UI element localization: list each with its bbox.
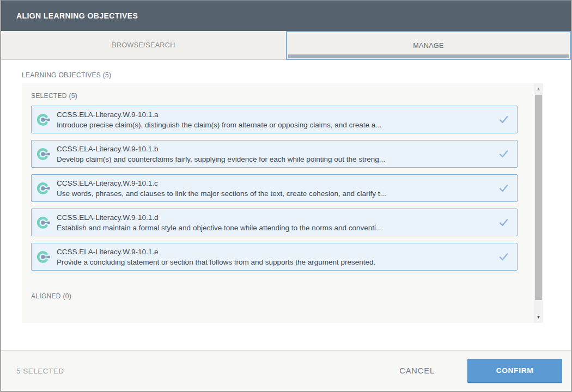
objective-target-icon: [36, 215, 52, 230]
objective-row[interactable]: CCSS.ELA-Literacy.W.9-10.1.e Provide a c…: [31, 243, 518, 271]
check-icon: [494, 219, 508, 226]
check-icon: [494, 116, 508, 124]
active-tab-indicator: [288, 54, 569, 58]
objective-description: Introduce precise claim(s), distinguish …: [57, 120, 382, 130]
check-icon: [494, 185, 508, 192]
dialog-header: ALIGN LEARNING OBJECTIVES: [1, 1, 571, 31]
tab-browse-search-label: BROWSE/SEARCH: [112, 41, 175, 49]
objective-code: CCSS.ELA-Literacy.W.9-10.1.d: [57, 212, 382, 223]
objective-text: CCSS.ELA-Literacy.W.9-10.1.c Use words, …: [57, 178, 386, 199]
objective-code: CCSS.ELA-Literacy.W.9-10.1.e: [57, 247, 375, 257]
selected-group-label: SELECTED (5): [31, 92, 518, 100]
confirm-button[interactable]: CONFIRM: [467, 359, 562, 383]
dialog-title: ALIGN LEARNING OBJECTIVES: [16, 11, 138, 20]
objective-description: Use words, phrases, and clauses to link …: [57, 188, 386, 199]
scrollbar-thumb[interactable]: [535, 95, 542, 300]
objective-target-icon: [36, 112, 52, 127]
objective-row[interactable]: CCSS.ELA-Literacy.W.9-10.1.c Use words, …: [31, 174, 518, 202]
objective-code: CCSS.ELA-Literacy.W.9-10.1.a: [57, 109, 382, 120]
objective-row[interactable]: CCSS.ELA-Literacy.W.9-10.1.a Introduce p…: [31, 106, 518, 133]
objective-row[interactable]: CCSS.ELA-Literacy.W.9-10.1.d Establish a…: [31, 209, 518, 236]
scrollbar[interactable]: ▲ ▼: [534, 83, 543, 323]
objective-description: Develop claim(s) and counterclaims fairl…: [57, 154, 385, 164]
dialog-content: LEARNING OBJECTIVES (5) SELECTED (5) CCS…: [1, 60, 571, 350]
selected-count: 5 SELECTED: [16, 367, 64, 375]
check-icon: [494, 150, 508, 158]
objective-target-icon: [36, 181, 52, 196]
objective-text: CCSS.ELA-Literacy.W.9-10.1.e Provide a c…: [57, 247, 375, 267]
objective-target-icon: [36, 146, 52, 162]
objective-description: Establish and maintain a formal style an…: [57, 223, 382, 233]
check-icon: [494, 253, 508, 261]
objective-text: CCSS.ELA-Literacy.W.9-10.1.d Establish a…: [57, 212, 382, 233]
tab-browse-search[interactable]: BROWSE/SEARCH: [1, 31, 286, 60]
tab-manage-label: MANAGE: [413, 42, 444, 50]
objective-code: CCSS.ELA-Literacy.W.9-10.1.c: [57, 178, 386, 188]
tab-manage[interactable]: MANAGE: [286, 31, 571, 60]
tab-bar: BROWSE/SEARCH MANAGE: [1, 31, 571, 60]
objective-text: CCSS.ELA-Literacy.W.9-10.1.a Introduce p…: [57, 109, 382, 130]
dialog-footer: 5 SELECTED CANCEL CONFIRM: [1, 350, 571, 391]
objective-code: CCSS.ELA-Literacy.W.9-10.1.b: [57, 144, 385, 154]
objective-target-icon: [36, 249, 52, 265]
aligned-group-label: ALIGNED (0): [31, 292, 518, 300]
align-learning-objectives-dialog: ALIGN LEARNING OBJECTIVES BROWSE/SEARCH …: [0, 0, 572, 392]
footer-actions: CANCEL CONFIRM: [396, 359, 562, 383]
objectives-panel: SELECTED (5) CCSS.ELA-Literacy.W.9-10.1.…: [22, 83, 543, 323]
objective-row[interactable]: CCSS.ELA-Literacy.W.9-10.1.b Develop cla…: [31, 140, 518, 168]
objectives-list: CCSS.ELA-Literacy.W.9-10.1.a Introduce p…: [31, 106, 518, 271]
cancel-button[interactable]: CANCEL: [396, 366, 438, 376]
scroll-down-icon[interactable]: ▼: [534, 313, 543, 322]
objective-description: Provide a concluding statement or sectio…: [57, 257, 375, 267]
objective-text: CCSS.ELA-Literacy.W.9-10.1.b Develop cla…: [57, 144, 385, 164]
learning-objectives-label: LEARNING OBJECTIVES (5): [22, 71, 550, 79]
scroll-up-icon[interactable]: ▲: [534, 84, 543, 94]
